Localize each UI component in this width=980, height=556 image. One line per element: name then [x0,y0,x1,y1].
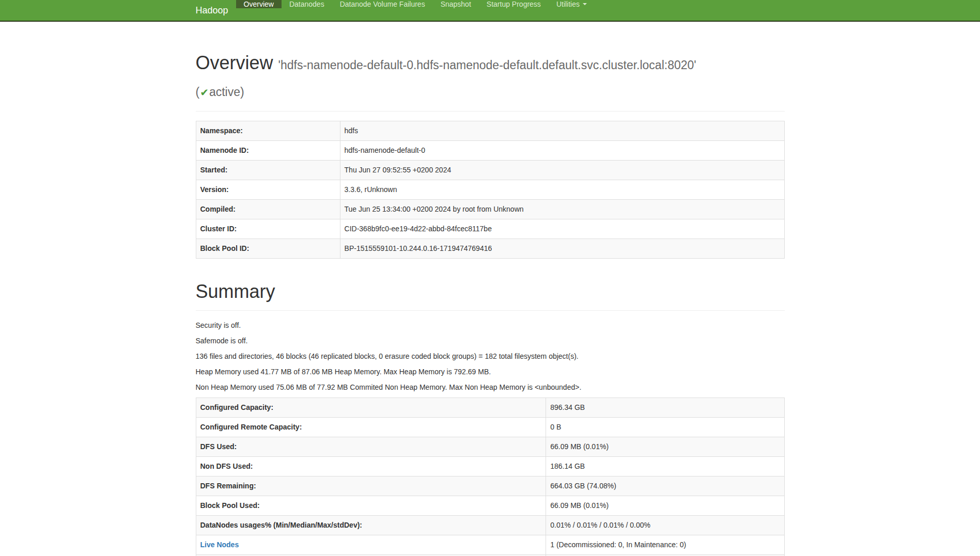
nav-item-overview[interactable]: Overview [236,0,282,8]
row-label: Namenode ID: [196,141,340,161]
hadoop-brand[interactable]: Hadoop [196,0,236,21]
safemode-status: Safemode is off. [196,336,785,346]
row-value: 664.03 GB (74.08%) [546,476,784,496]
nav-item-snapshot[interactable]: Snapshot [433,0,479,8]
filesystem-objects-summary: 136 files and directories, 46 blocks (46… [196,351,785,361]
row-value: 0.01% / 0.01% / 0.01% / 0.00% [546,516,784,535]
utilities-label: Utilities [556,0,580,8]
table-row: DataNodes usages% (Min/Median/Max/stdDev… [196,516,784,535]
row-value: 66.09 MB (0.01%) [546,437,784,457]
row-value: 66.09 MB (0.01%) [546,496,784,516]
namenode-info-table: Namespace:hdfs Namenode ID:hdfs-namenode… [196,121,785,259]
page-title: Overview 'hdfs-namenode-default-0.hdfs-n… [196,51,785,105]
table-row: Cluster ID:CID-368b9fc0-ee19-4d22-abbd-8… [196,219,784,239]
table-row: Non DFS Used:186.14 GB [196,457,784,476]
navbar: Hadoop Overview Datanodes Datanode Volum… [0,0,980,22]
table-row: Namenode ID:hdfs-namenode-default-0 [196,141,784,161]
row-label: Block Pool Used: [196,496,546,516]
row-value: 3.3.6, rUnknown [340,180,784,200]
row-label: Non DFS Used: [196,457,546,476]
row-value: 896.34 GB [546,398,784,418]
row-value: Tue Jun 25 13:34:00 +0200 2024 by root f… [340,200,784,219]
table-row: Block Pool ID:BP-1515559101-10.244.0.16-… [196,239,784,259]
row-label: Cluster ID: [196,219,340,239]
table-row: DFS Remaining:664.03 GB (74.08%) [196,476,784,496]
nav-item-startup-progress[interactable]: Startup Progress [479,0,549,8]
nav-item-utilities[interactable]: Utilities [549,0,595,8]
namenode-address: 'hdfs-namenode-default-0.hdfs-namenode-d… [278,58,696,72]
row-label: DFS Remaining: [196,476,546,496]
live-nodes-link[interactable]: Live Nodes [200,541,239,549]
row-label: Started: [196,161,340,180]
active-check-icon: ✔ [199,87,209,98]
row-label: Compiled: [196,200,340,219]
row-value: BP-1515559101-10.244.0.16-1719474769416 [340,239,784,259]
summary-header: Summary [196,279,785,311]
table-row: Started:Thu Jun 27 09:52:55 +0200 2024 [196,161,784,180]
row-value: 0 B [546,418,784,437]
page-title-text: Overview [196,52,273,73]
row-label: Block Pool ID: [196,239,340,259]
row-value: 186.14 GB [546,457,784,476]
row-value: 1 (Decommissioned: 0, In Maintenance: 0) [546,535,784,555]
table-row: Block Pool Used:66.09 MB (0.01%) [196,496,784,516]
summary-table: Configured Capacity:896.34 GB Configured… [196,398,785,556]
chevron-down-icon [583,3,587,5]
state-label: active) [209,85,244,99]
row-label: DFS Used: [196,437,546,457]
row-label: DataNodes usages% (Min/Median/Max/stdDev… [196,516,546,535]
overview-header: Overview 'hdfs-namenode-default-0.hdfs-n… [196,51,785,112]
table-row: DFS Used:66.09 MB (0.01%) [196,437,784,457]
table-row: Configured Capacity:896.34 GB [196,398,784,418]
main-content: Overview 'hdfs-namenode-default-0.hdfs-n… [188,51,792,556]
table-row: Live Nodes1 (Decommissioned: 0, In Maint… [196,535,784,555]
row-label: Version: [196,180,340,200]
summary-title: Summary [196,279,785,304]
table-row: Compiled:Tue Jun 25 13:34:00 +0200 2024 … [196,200,784,219]
row-label: Configured Remote Capacity: [196,418,546,437]
row-value: Thu Jun 27 09:52:55 +0200 2024 [340,161,784,180]
security-status: Security is off. [196,320,785,330]
table-row: Version:3.3.6, rUnknown [196,180,784,200]
table-row: Namespace:hdfs [196,121,784,141]
row-label: Namespace: [196,121,340,141]
row-label: Live Nodes [196,535,546,555]
navbar-container: Hadoop Overview Datanodes Datanode Volum… [188,0,792,21]
namenode-state: (✔active) [196,85,244,99]
nav-item-datanodes[interactable]: Datanodes [282,0,332,8]
row-value: CID-368b9fc0-ee19-4d22-abbd-84fcec8117be [340,219,784,239]
row-label: Configured Capacity: [196,398,546,418]
table-row: Configured Remote Capacity:0 B [196,418,784,437]
row-value: hdfs [340,121,784,141]
heap-memory-summary: Heap Memory used 41.77 MB of 87.06 MB He… [196,367,785,377]
navbar-menu: Overview Datanodes Datanode Volume Failu… [236,0,595,21]
non-heap-memory-summary: Non Heap Memory used 75.06 MB of 77.92 M… [196,382,785,392]
row-value: hdfs-namenode-default-0 [340,141,784,161]
nav-item-datanode-volume-failures[interactable]: Datanode Volume Failures [332,0,433,8]
